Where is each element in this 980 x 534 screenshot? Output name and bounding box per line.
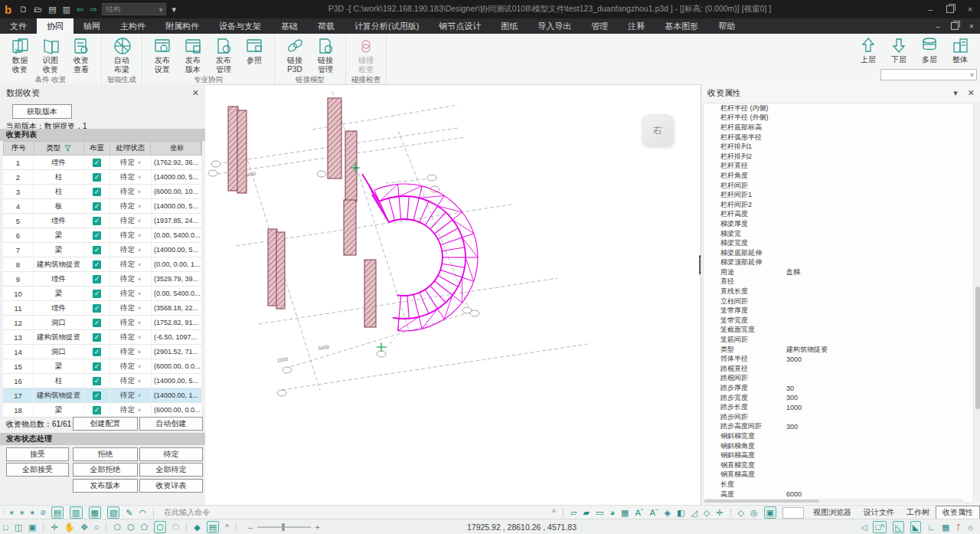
horizontal-scrollbar[interactable] — [703, 499, 963, 503]
row-status-dropdown[interactable]: 待定˅ — [110, 330, 152, 344]
menu-tab-管理[interactable]: 管理 — [581, 18, 618, 34]
path-icon[interactable]: ⤴ — [956, 522, 960, 532]
property-row-梯梁宽[interactable]: 梯梁宽 — [704, 229, 973, 239]
tile-windows-icon[interactable]: ◫ — [15, 522, 22, 532]
expand-icon[interactable]: ^ — [225, 522, 229, 532]
menu-tab-附属构件[interactable]: 附属构件 — [155, 18, 209, 34]
property-row-笼带宽度[interactable]: 笼带宽度 — [704, 316, 973, 326]
iso-view-icon[interactable]: ⬠ — [113, 522, 121, 532]
snap-off-icon[interactable]: ⊘ — [40, 507, 46, 518]
shading-icon[interactable]: ◆ — [194, 522, 200, 532]
publish-version-button[interactable]: 发布版本 — [73, 479, 138, 493]
row-status-dropdown[interactable]: 待定˅ — [110, 170, 152, 184]
accept-all-button[interactable]: 全部接受 — [6, 463, 69, 477]
snap-center-icon[interactable]: ∗ — [30, 507, 36, 518]
row-status-dropdown[interactable]: 待定˅ — [110, 359, 152, 373]
open-file-icon[interactable]: 🗁 — [34, 5, 42, 14]
property-row-直径[interactable]: 直径 — [704, 277, 973, 287]
discipline-combobox[interactable]: 结构 ▾ — [102, 3, 166, 15]
menu-tab-导入导出[interactable]: 导入导出 — [528, 18, 581, 34]
settings-gear-icon[interactable]: ☼ — [966, 522, 974, 532]
property-row-栏杆间距2[interactable]: 栏杆间距2 — [704, 200, 973, 210]
orbit-icon[interactable]: ✥ — [80, 522, 87, 532]
get-version-button[interactable]: 获取版本 — [12, 104, 72, 119]
shaded-view-icon[interactable]: ▰ — [583, 507, 590, 518]
close-icon[interactable]: ✕ — [968, 88, 975, 97]
top-view-icon[interactable]: ⬠ — [140, 522, 148, 532]
text-larger-icon[interactable]: Aˆ — [635, 507, 643, 518]
placement-checkbox[interactable]: ✓ — [93, 319, 101, 327]
grid-view-icon[interactable]: ▦ — [621, 507, 629, 518]
placement-checkbox[interactable]: ✓ — [93, 333, 101, 342]
row-status-dropdown[interactable]: 待定˅ — [110, 199, 152, 213]
nav-button-下层[interactable]: 下层 — [884, 35, 913, 64]
nav-button-上层[interactable]: 上层 — [854, 35, 883, 64]
menu-tab-计算分析(试用版)[interactable]: 计算分析(试用版) — [345, 18, 429, 34]
property-row-梯梁宽度[interactable]: 梯梁宽度 — [704, 238, 973, 248]
placement-checkbox[interactable]: ✓ — [93, 202, 101, 211]
table-row-3[interactable]: 3柱✓待定˅(6000.00, 10... — [3, 185, 202, 199]
clip-icon[interactable]: ◇ — [704, 507, 710, 518]
close-button[interactable]: × — [960, 0, 980, 18]
angle-snap-icon[interactable]: ◣ — [910, 521, 921, 533]
table-row-5[interactable]: 5埋件✓待定˅(1937.85, 24... — [3, 214, 202, 228]
vertical-scrollbar[interactable] — [975, 103, 980, 502]
scrollbar-thumb[interactable] — [975, 287, 980, 409]
property-row-栏杆底部标高[interactable]: 栏杆底部标高 — [704, 123, 973, 133]
mdi-restore-button[interactable] — [946, 18, 963, 34]
property-row-钢斜梯高度[interactable]: 钢斜梯高度 — [704, 450, 973, 460]
menu-tab-文件[interactable]: 文件 — [0, 18, 37, 34]
property-row-梯梁底部延伸[interactable]: 梯梁底部延伸 — [704, 248, 973, 258]
select-box-icon[interactable]: □^ — [873, 521, 887, 533]
text-smaller-icon[interactable]: Aˇ — [649, 507, 658, 518]
create-config-button[interactable]: 创建配置 — [73, 417, 138, 431]
wireframe-view-icon[interactable]: ▱ — [570, 507, 577, 518]
table-row-18[interactable]: 18梁✓待定˅(6000.00, 0.0... — [3, 403, 202, 418]
placement-checkbox[interactable]: ✓ — [93, 290, 101, 298]
row-status-dropdown[interactable]: 待定˅ — [110, 257, 152, 271]
zoom-out-icon[interactable]: – — [248, 523, 253, 532]
property-row-栏杆间距1[interactable]: 栏杆间距1 — [704, 190, 973, 200]
mini-input[interactable] — [782, 507, 804, 519]
zoom-icon[interactable]: ○ — [94, 522, 100, 532]
reject-button[interactable]: 拒绝 — [73, 447, 138, 461]
snap-toggle-icon[interactable]: ▦ — [89, 506, 101, 519]
ribbon-button-收资查看[interactable]: 收资查看 — [67, 36, 96, 74]
menu-tab-钢节点设计[interactable]: 钢节点设计 — [429, 18, 491, 34]
property-row-踏步厚度[interactable]: 踏步厚度30 — [704, 383, 973, 393]
annotation-icon[interactable]: ◈ — [664, 507, 670, 518]
bottom-tab-收资属性[interactable]: 收资属性 — [936, 506, 980, 519]
row-status-dropdown[interactable]: 待定˅ — [110, 214, 152, 228]
perspective-toggle-icon[interactable]: ⬡ — [154, 521, 166, 533]
osnap-icon[interactable]: ◁ — [861, 522, 867, 532]
menu-tab-荷载[interactable]: 荷载 — [308, 18, 345, 34]
zoom-slider[interactable]: – + — [248, 523, 319, 532]
property-row-立柱间距[interactable]: 立柱间距 — [704, 296, 973, 306]
pending-all-button[interactable]: 全部待定 — [139, 463, 203, 477]
collection-detail-button[interactable]: 收资详表 — [139, 479, 203, 493]
row-status-dropdown[interactable]: 待定˅ — [110, 345, 152, 359]
property-row-栏杆半径 (外侧)[interactable]: 栏杆半径 (外侧) — [704, 113, 973, 123]
property-row-踏棍直径[interactable]: 踏棍直径 — [704, 364, 973, 374]
property-row-梯梁厚度[interactable]: 梯梁厚度 — [704, 219, 973, 229]
ribbon-button-发布设置[interactable]: 发布设置 — [148, 36, 177, 74]
col-status[interactable]: 处理状态 — [110, 142, 152, 155]
snap-midpoint-icon[interactable]: ∗ — [19, 507, 25, 518]
display-settings-icon[interactable]: ▤ — [207, 521, 219, 533]
placement-checkbox[interactable]: ✓ — [93, 406, 101, 414]
table-row-7[interactable]: 7梁✓待定˅(14000.00, 5... — [3, 243, 202, 257]
save-icon[interactable]: ▤ — [48, 5, 56, 15]
menu-tab-帮助[interactable]: 帮助 — [708, 18, 745, 34]
property-row-长度[interactable]: 长度 — [704, 480, 973, 490]
placement-checkbox[interactable]: ✓ — [93, 304, 101, 313]
placement-checkbox[interactable]: ✓ — [93, 188, 101, 196]
placement-checkbox[interactable]: ✓ — [93, 275, 101, 283]
row-status-dropdown[interactable]: 待定˅ — [110, 272, 152, 286]
command-input[interactable]: 在此输入命令 — [164, 507, 210, 518]
row-status-dropdown[interactable]: 待定˅ — [110, 301, 152, 315]
minimize-button[interactable]: – — [920, 0, 940, 18]
table-row-12[interactable]: 12洞口✓待定˅(1752.82, 91... — [3, 316, 202, 330]
table-row-4[interactable]: 4板✓待定˅(14000.00, 5... — [3, 199, 202, 214]
table-row-14[interactable]: 14洞口✓待定˅(2901.52, 71... — [3, 345, 202, 359]
ribbon-button-链接P3D[interactable]: 链接P3D — [280, 36, 309, 74]
